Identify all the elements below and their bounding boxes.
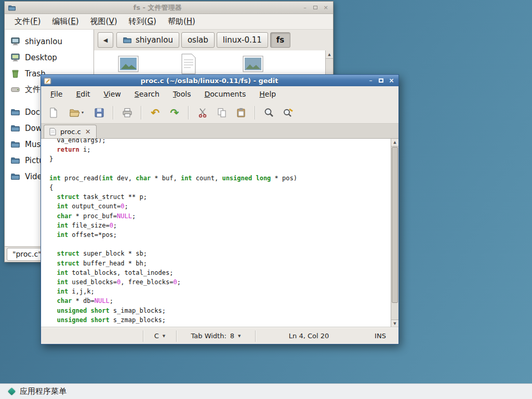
print-button[interactable] — [118, 104, 136, 122]
gedit-titlebar[interactable]: proc.c (~/oslab/linux-0.11/fs) - gedit –… — [41, 75, 398, 86]
code-line: return i; — [49, 145, 391, 154]
code-line — [49, 240, 391, 249]
close-button[interactable]: × — [387, 76, 396, 85]
search-icon — [263, 107, 275, 118]
applications-menu-icon — [8, 388, 16, 396]
back-button[interactable]: ◀ — [98, 32, 113, 48]
code-line: int file_size=0; — [49, 221, 391, 230]
undo-button[interactable]: ↶ — [147, 104, 164, 122]
breadcrumb-linux-0-11[interactable]: linux-0.11 — [217, 32, 268, 48]
breadcrumb-shiyanlou[interactable]: shiyanlou — [116, 32, 179, 48]
folder-icon — [10, 107, 20, 117]
code-line: unsigned short s_zmap_blocks; — [49, 315, 391, 325]
gedit-menu-file[interactable]: File — [44, 87, 69, 101]
file-icon[interactable] — [180, 54, 201, 74]
file-manager-title: fs - 文件管理器 — [16, 3, 299, 12]
scroll-down-icon[interactable]: ▼ — [391, 320, 398, 327]
redo-button[interactable]: ↷ — [166, 104, 183, 122]
open-button[interactable]: ▼ — [64, 104, 89, 122]
maximize-button[interactable] — [311, 4, 320, 12]
tab-width-value: 8 — [230, 332, 234, 340]
insert-mode-indicator: INS — [362, 332, 398, 340]
tab-label: proc.c — [60, 128, 81, 136]
open-dropdown-arrow[interactable]: ▼ — [81, 111, 85, 114]
new-button[interactable] — [45, 104, 62, 122]
language-selector[interactable]: C ▼ — [143, 330, 176, 342]
replace-button[interactable] — [280, 104, 297, 122]
copy-button[interactable] — [213, 104, 231, 122]
save-button[interactable] — [90, 104, 108, 122]
trash-icon — [10, 69, 20, 78]
code-line: int proc_read(int dev, char * buf, int c… — [49, 174, 391, 183]
drive-icon — [10, 85, 20, 95]
file-icon[interactable] — [243, 56, 263, 76]
gedit-menu-help[interactable]: Help — [252, 87, 283, 101]
cut-button[interactable] — [194, 104, 211, 122]
gedit-menu-documents[interactable]: Documents — [197, 87, 252, 101]
folder-icon — [123, 35, 132, 45]
new-document-icon — [48, 107, 59, 118]
gedit-menu-tools[interactable]: Tools — [166, 87, 198, 101]
chevron-down-icon: ▼ — [238, 334, 241, 338]
back-arrow-icon: ◀ — [103, 37, 108, 44]
gedit-editor[interactable]: va_end(args); return i;}int proc_read(in… — [41, 139, 398, 327]
redo-icon: ↷ — [170, 108, 179, 118]
sidebar-item-shiyanlou[interactable]: shiyanlou — [5, 33, 94, 49]
gedit-menu-edit[interactable]: Edit — [69, 87, 97, 101]
code-line: char * db=NULL; — [49, 296, 391, 305]
file-manager-titlebar[interactable]: fs - 文件管理器 – × — [5, 2, 333, 14]
scroll-up-icon[interactable]: ▲ — [391, 139, 398, 147]
toolbar-separator — [255, 106, 256, 119]
code-line: int offset=*pos; — [49, 230, 391, 240]
minimize-button[interactable]: – — [301, 4, 309, 12]
code-line: va_end(args); — [49, 139, 391, 145]
code-line: int used_blocks=0, free_blocks=0; — [49, 277, 391, 287]
code-line: struct super_block * sb; — [49, 249, 391, 258]
fm-menu-go[interactable]: 转到(G) — [123, 15, 162, 29]
sidebar-item-label: Desktop — [25, 53, 57, 62]
paste-button[interactable] — [232, 104, 250, 122]
paste-clipboard-icon — [235, 107, 247, 118]
code-area[interactable]: va_end(args); return i;}int proc_read(in… — [41, 139, 391, 327]
file-icon[interactable] — [118, 56, 139, 76]
breadcrumb-label: oslab — [188, 35, 208, 45]
gedit-toolbar: ▼ ↶ ↷ — [41, 102, 398, 124]
taskbar: 应用程序菜单 — [0, 383, 532, 399]
minimize-button[interactable]: – — [366, 76, 375, 85]
cursor-position: Ln 4, Col 20 — [255, 330, 362, 342]
tab-width-selector[interactable]: Tab Width: 8 ▼ — [176, 330, 255, 342]
code-line: struct buffer_head * bh; — [49, 259, 391, 268]
find-button[interactable] — [260, 104, 278, 122]
code-line — [49, 164, 391, 174]
toolbar-separator — [113, 106, 114, 119]
language-value: C — [154, 332, 159, 340]
tab-proc-c[interactable]: proc.c ✕ — [44, 125, 97, 138]
tab-width-label: Tab Width: — [191, 332, 227, 340]
fm-menu-help[interactable]: 帮助(H) — [162, 15, 201, 29]
gedit-app-icon — [44, 77, 51, 85]
undo-icon: ↶ — [151, 108, 160, 118]
fm-menu-edit[interactable]: 编辑(E) — [46, 15, 84, 29]
code-line: int total_blocks, total_inodes; — [49, 268, 391, 277]
fm-menu-file[interactable]: 文件(F) — [9, 15, 46, 29]
sidebar-item-desktop[interactable]: Desktop — [5, 49, 94, 65]
fm-menu-view[interactable]: 视图(V) — [85, 15, 123, 29]
breadcrumb-label: linux-0.11 — [223, 35, 262, 45]
editor-scrollbar[interactable]: ▲ ▼ — [391, 139, 398, 327]
gedit-menu-view[interactable]: View — [97, 87, 128, 101]
search-replace-icon — [283, 107, 294, 118]
breadcrumb-fs[interactable]: fs — [270, 32, 290, 48]
gedit-menu-search[interactable]: Search — [128, 87, 166, 101]
close-button[interactable]: × — [322, 4, 330, 12]
folder-icon — [10, 139, 20, 149]
scrollbar-thumb[interactable] — [392, 147, 398, 303]
gedit-window: proc.c (~/oslab/linux-0.11/fs) - gedit –… — [41, 74, 399, 344]
folder-icon — [10, 171, 20, 181]
breadcrumb-label: shiyanlou — [136, 35, 173, 45]
chevron-down-icon: ▼ — [163, 334, 165, 338]
maximize-button[interactable] — [377, 76, 385, 85]
breadcrumb-oslab[interactable]: oslab — [181, 32, 215, 48]
tab-close-icon[interactable]: ✕ — [85, 128, 91, 136]
scroll-up-icon[interactable]: ▲ — [326, 50, 333, 59]
applications-menu-button[interactable]: 应用程序菜单 — [4, 384, 72, 399]
